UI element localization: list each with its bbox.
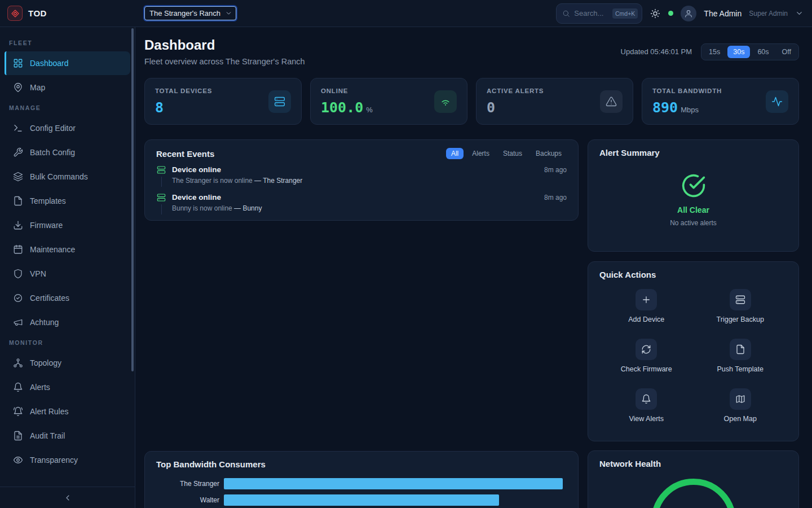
timeline-connector xyxy=(161,177,162,187)
sidebar-item-label: Config Editor xyxy=(30,124,76,133)
shield-icon xyxy=(13,269,23,279)
event-time: 8m ago xyxy=(544,166,567,174)
sidebar-item-dashboard[interactable]: Dashboard xyxy=(5,51,130,75)
theme-toggle-button[interactable] xyxy=(650,8,661,19)
event-filter-alerts[interactable]: Alerts xyxy=(467,148,495,159)
avatar[interactable] xyxy=(681,6,696,21)
main-content: Dashboard Fleet overview across The Stra… xyxy=(135,27,812,508)
sidebar-item-maintenance[interactable]: Maintenance xyxy=(5,238,130,261)
event-time: 8m ago xyxy=(544,194,567,202)
quick-action-view-alerts[interactable]: View Alerts xyxy=(599,388,694,423)
recent-events-title: Recent Events xyxy=(156,149,214,159)
terminal-icon xyxy=(13,123,23,133)
sidebar-scrollbar[interactable] xyxy=(131,28,134,371)
sidebar-item-batch-config[interactable]: Batch Config xyxy=(5,141,130,164)
quick-actions-card: Quick Actions Add Device Trigger Backup xyxy=(588,261,799,441)
sidebar-item-templates[interactable]: Templates xyxy=(5,189,130,213)
sidebar-item-label: Dashboard xyxy=(30,59,69,68)
search-shortcut-badge: Cmd+K xyxy=(612,8,638,19)
chevron-left-icon xyxy=(63,493,72,502)
sidebar-section-manage: MANAGE xyxy=(0,100,135,116)
server-icon xyxy=(730,289,751,310)
updated-timestamp: Updated 05:46:01 PM xyxy=(621,47,692,56)
refresh-interval-60s[interactable]: 60s xyxy=(752,46,774,58)
stat-value: 0 xyxy=(487,99,495,116)
sidebar-item-config-editor[interactable]: Config Editor xyxy=(5,116,130,140)
sidebar-item-label: Topology xyxy=(30,358,61,367)
sidebar-item-achtung[interactable]: Achtung xyxy=(5,310,130,334)
bandwidth-chart-card: Top Bandwidth Consumers The Stranger Wal… xyxy=(144,451,579,508)
map-icon xyxy=(730,388,751,410)
sidebar-item-bulk-commands[interactable]: Bulk Commands xyxy=(5,165,130,189)
refresh-interval-off[interactable]: Off xyxy=(776,46,797,58)
bandwidth-bar xyxy=(224,478,563,489)
alert-summary-title: Alert Summary xyxy=(599,148,660,157)
stat-label: ONLINE xyxy=(321,87,373,94)
sidebar-item-map[interactable]: Map xyxy=(5,76,130,99)
quick-actions-grid: Add Device Trigger Backup Check Firmware xyxy=(599,289,787,423)
refresh-interval-15s[interactable]: 15s xyxy=(703,46,726,58)
quick-action-push-template[interactable]: Push Template xyxy=(694,339,788,373)
page-title: Dashboard xyxy=(144,37,305,53)
sidebar-item-label: Bulk Commands xyxy=(30,172,88,181)
event-description: Bunny is now online xyxy=(172,204,232,212)
alert-status: All Clear xyxy=(677,205,709,214)
stat-value: 890 xyxy=(652,99,678,116)
sun-icon xyxy=(650,8,660,19)
alert-summary-card: Alert Summary All Clear No active alerts xyxy=(588,139,799,252)
sidebar-item-alerts[interactable]: Alerts xyxy=(5,375,130,399)
quick-action-label: Open Map xyxy=(724,415,757,423)
sidebar-item-topology[interactable]: Topology xyxy=(5,351,130,375)
event-device: — The Stranger xyxy=(254,177,302,185)
page-subtitle: Fleet overview across The Stranger's Ran… xyxy=(144,57,305,66)
user-menu-chevron-icon[interactable] xyxy=(795,9,804,17)
eye-icon xyxy=(13,455,23,465)
content-grid: Recent Events All Alerts Status Backups xyxy=(144,139,799,508)
quick-action-label: View Alerts xyxy=(629,415,664,423)
file-icon xyxy=(13,196,23,206)
stat-card-total-bandwidth: TOTAL BANDWIDTH 890 Mbps xyxy=(642,78,799,125)
sidebar-item-label: Transparency xyxy=(30,456,78,465)
search-input[interactable]: Search... Cmd+K xyxy=(556,3,642,24)
refresh-icon xyxy=(636,339,657,360)
quick-action-add-device[interactable]: Add Device xyxy=(599,289,694,323)
event-row: Device online 8m ago Bunny is now online… xyxy=(156,193,567,214)
quick-action-trigger-backup[interactable]: Trigger Backup xyxy=(694,289,788,323)
sidebar-item-vpn[interactable]: VPN xyxy=(5,262,130,286)
fleet-selector-dropdown[interactable]: The Stranger's Ranch xyxy=(144,6,236,20)
sidebar-item-firmware[interactable]: Firmware xyxy=(5,213,130,237)
event-filters: All Alerts Status Backups xyxy=(446,148,567,159)
plus-icon xyxy=(636,289,657,310)
alert-triangle-icon xyxy=(600,90,623,113)
page-header: Dashboard Fleet overview across The Stra… xyxy=(144,37,799,66)
file-text-icon xyxy=(13,431,23,441)
bell-icon xyxy=(636,388,657,410)
timeline-connector xyxy=(161,204,162,214)
network-health-gauge: 100 xyxy=(651,479,736,508)
bandwidth-bar-row: The Stranger xyxy=(156,478,567,489)
quick-action-label: Trigger Backup xyxy=(717,316,764,323)
event-device: — Bunny xyxy=(234,204,262,212)
sidebar-item-label: VPN xyxy=(30,269,46,278)
sidebar-item-alert-rules[interactable]: Alert Rules xyxy=(5,400,130,423)
megaphone-icon xyxy=(13,317,23,327)
sidebar-item-label: Templates xyxy=(30,196,66,205)
fleet-selector-value: The Stranger's Ranch xyxy=(149,9,220,17)
refresh-interval-30s[interactable]: 30s xyxy=(727,46,750,58)
event-filter-status[interactable]: Status xyxy=(498,148,527,159)
search-icon xyxy=(562,10,570,17)
quick-action-open-map[interactable]: Open Map xyxy=(694,388,788,423)
event-filter-backups[interactable]: Backups xyxy=(531,148,567,159)
refresh-interval-group: 15s 30s 60s Off xyxy=(701,43,799,60)
sidebar-item-certificates[interactable]: Certificates xyxy=(5,286,130,310)
sidebar-item-label: Audit Trail xyxy=(30,431,65,440)
layers-icon xyxy=(13,172,23,182)
wrench-icon xyxy=(13,147,23,157)
event-filter-all[interactable]: All xyxy=(446,148,464,159)
quick-action-check-firmware[interactable]: Check Firmware xyxy=(599,339,694,373)
sidebar-item-transparency[interactable]: Transparency xyxy=(5,448,130,472)
bandwidth-bar-row: Walter xyxy=(156,494,567,506)
sidebar-collapse-button[interactable] xyxy=(0,487,135,508)
stats-row: TOTAL DEVICES 8 ONLINE 100.0 % xyxy=(144,78,799,125)
sidebar-item-audit-trail[interactable]: Audit Trail xyxy=(5,424,130,448)
